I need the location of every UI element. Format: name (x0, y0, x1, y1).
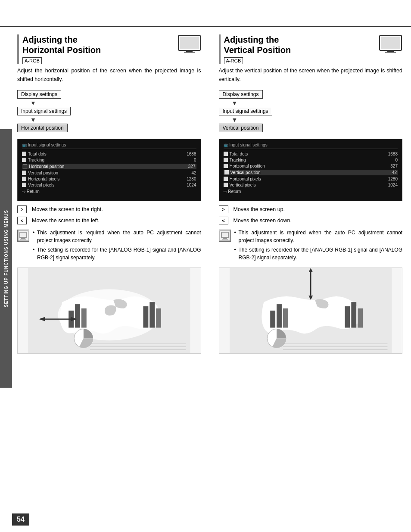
svg-rect-32 (222, 239, 228, 240)
menu-flow-row-1: Display settings (17, 90, 201, 99)
right-control-2: < Moves the screen down. (219, 217, 403, 224)
svg-rect-3 (184, 52, 195, 53)
right-note-item-2: The setting is recorded for the [ANALOG … (234, 246, 403, 261)
left-diagram (17, 268, 201, 354)
left-row-1: Total dots 1688 (22, 152, 196, 156)
left-control-1-desc: Moves the screen to the right. (32, 206, 103, 212)
right-menu-flow-row-1: Display settings (219, 90, 403, 99)
right-section-header: Adjusting the Vertical Position A-RGB (219, 34, 403, 64)
svg-rect-14 (143, 306, 148, 328)
svg-rect-37 (345, 306, 350, 328)
left-note-icon (17, 230, 29, 242)
left-menu-item-2: Input signal settings (17, 107, 71, 115)
left-control-1: > Moves the screen to the right. (17, 205, 201, 213)
sidebar: SETTING UP FUNCTIONS USING MENUS (0, 129, 12, 388)
svg-rect-7 (21, 238, 25, 239)
left-note-content: This adjustment is required when the aut… (33, 229, 201, 263)
menu-flow-row-3: Horizontal position (17, 124, 201, 132)
right-settings-title: 📺 Input signal settings (224, 143, 398, 149)
right-note-icon (219, 230, 231, 242)
right-arrow-2: ▼ (232, 116, 403, 124)
right-column: Adjusting the Vertical Position A-RGB Ad… (215, 30, 407, 528)
page-container: SETTING UP FUNCTIONS USING MENUS 54 Adju… (0, 0, 411, 532)
svg-rect-12 (75, 304, 80, 327)
svg-rect-1 (180, 37, 199, 49)
right-menu-item-2: Input signal settings (219, 107, 272, 115)
right-row-4: Vertical position 42 (224, 170, 398, 175)
right-row-6: Vertical pixels 1024 (224, 183, 398, 187)
left-note-item-1: This adjustment is required when the aut… (33, 229, 201, 244)
left-row-5: Horizontal pixels 1280 (22, 177, 196, 181)
right-menu-item-1: Display settings (219, 90, 263, 99)
left-section-title: Adjusting the Horizontal Position (22, 34, 101, 55)
right-note-box: This adjustment is required when the aut… (219, 229, 403, 263)
right-row-3: Horizontal position 327 (224, 164, 398, 168)
right-control-1-desc: Moves the screen up. (234, 206, 285, 212)
right-row-1: Total dots 1688 (224, 152, 398, 156)
right-return-row: ⇨ Return (224, 189, 398, 194)
left-menu-item-1: Display settings (17, 90, 61, 99)
right-key-up: > (219, 205, 228, 213)
right-key-down: < (219, 217, 228, 224)
left-arrow-2: ▼ (30, 116, 201, 124)
svg-rect-6 (20, 233, 26, 237)
sidebar-text: SETTING UP FUNCTIONS USING MENUS (4, 210, 9, 307)
svg-rect-39 (358, 308, 363, 328)
svg-rect-2 (186, 50, 193, 52)
right-description: Adjust the vertical position of the scre… (219, 66, 403, 84)
right-argb-badge: A-RGB (224, 57, 243, 64)
top-border (0, 26, 411, 27)
svg-rect-34 (270, 311, 275, 328)
right-diagram (219, 268, 403, 354)
svg-rect-36 (283, 308, 288, 328)
left-menu-item-3: Horizontal position (17, 124, 68, 132)
right-control-1: > Moves the screen up. (219, 205, 403, 213)
right-title-block: Adjusting the Vertical Position A-RGB (219, 34, 291, 64)
svg-rect-38 (351, 302, 356, 327)
left-control-2-desc: Moves the screen to the left. (32, 218, 100, 224)
svg-rect-25 (381, 37, 400, 49)
right-menu-flow-row-2: Input signal settings (219, 107, 403, 115)
right-note-content: This adjustment is required when the aut… (234, 229, 403, 263)
left-row-3: Horizontal position 327 (22, 164, 196, 169)
svg-rect-27 (385, 52, 396, 53)
right-section-title: Adjusting the Vertical Position (224, 34, 291, 55)
svg-rect-15 (149, 302, 155, 327)
right-row-2: Tracking 0 (224, 158, 398, 162)
right-row-5: Horizontal pixels 1280 (224, 177, 398, 181)
left-section-header: Adjusting the Horizontal Position A-RGB (17, 34, 201, 64)
column-divider (210, 34, 210, 523)
svg-rect-26 (387, 50, 394, 52)
left-note-item-2: The setting is recorded for the [ANALOG … (33, 246, 201, 261)
left-monitor-icon (177, 34, 201, 54)
left-title-block: Adjusting the Horizontal Position A-RGB (17, 34, 101, 64)
svg-rect-31 (223, 238, 227, 239)
left-note-box: This adjustment is required when the aut… (17, 229, 201, 263)
left-settings-screen: 📺 Input signal settings Total dots 1688 … (17, 139, 201, 201)
svg-rect-13 (81, 308, 87, 328)
right-note-item-1: This adjustment is required when the aut… (234, 229, 403, 244)
right-monitor-icon (379, 34, 402, 54)
left-key-left: < (17, 217, 27, 224)
left-key-right: > (17, 205, 27, 213)
left-settings-title: 📺 Input signal settings (22, 143, 196, 149)
right-settings-screen: 📺 Input signal settings Total dots 1688 … (219, 139, 403, 201)
right-menu-item-3: Vertical position (219, 124, 263, 132)
menu-flow-row-2: Input signal settings (17, 107, 201, 115)
left-arrow-1: ▼ (30, 100, 201, 107)
right-diagram-svg (219, 268, 402, 353)
right-menu-flow: Display settings ▼ Input signal settings… (219, 90, 403, 132)
left-row-2: Tracking 0 (22, 158, 196, 162)
left-row-6: Vertical pixels 1024 (22, 183, 196, 187)
svg-rect-30 (222, 233, 228, 237)
left-argb-badge: A-RGB (22, 57, 42, 64)
svg-rect-8 (20, 239, 26, 240)
left-row-4: Vertical position 42 (22, 171, 196, 175)
right-menu-flow-row-3: Vertical position (219, 124, 403, 132)
left-menu-flow: Display settings ▼ Input signal settings… (17, 90, 201, 132)
left-diagram-svg (18, 268, 201, 353)
content-area: Adjusting the Horizontal Position A-RGB … (13, 30, 407, 528)
left-column: Adjusting the Horizontal Position A-RGB … (13, 30, 206, 528)
left-return-row: ⇨ Return (22, 189, 196, 194)
left-control-2: < Moves the screen to the left. (17, 217, 201, 224)
